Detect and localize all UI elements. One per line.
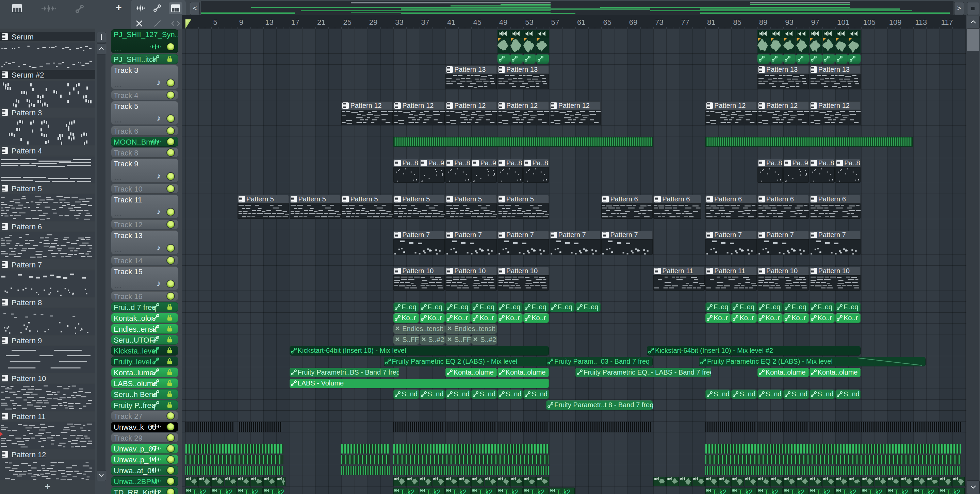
track-lock-icon[interactable] <box>167 358 172 364</box>
track-mute-led[interactable] <box>167 489 174 494</box>
audio-clip[interactable] <box>498 30 510 53</box>
small-audio-clip-labeled[interactable]: T..k2 <box>783 488 808 494</box>
pattern-clip-header[interactable]: Pattern 10 <box>498 267 549 275</box>
track-name-cell[interactable]: MOON..Bmin <box>111 137 178 147</box>
pattern-clip[interactable]: Pattern 10 <box>498 267 549 291</box>
automation-clip[interactable]: F..eq <box>705 302 730 312</box>
pattern-clip-header[interactable]: Pattern 7 <box>550 231 601 239</box>
pattern-item-header[interactable]: Pattern 3 <box>0 108 95 117</box>
audio-clip-header[interactable] <box>848 30 861 38</box>
automation-clip[interactable]: S..nd <box>471 389 496 399</box>
small-audio-clip-labeled[interactable]: T..k2 <box>940 488 965 494</box>
small-audio-clip-labeled[interactable]: T..k2 <box>913 488 939 494</box>
pattern-clip-header[interactable]: Pattern 6 <box>810 195 861 203</box>
small-audio-clip[interactable] <box>900 477 913 486</box>
link-icon[interactable] <box>76 5 84 13</box>
track-options-dots[interactable]: ... <box>115 174 122 182</box>
small-audio-clip[interactable] <box>263 477 275 486</box>
navigator-scroll-right[interactable]: > <box>954 2 964 15</box>
small-audio-clip-labeled[interactable]: T..k2 <box>523 488 549 494</box>
small-audio-clip-labeled[interactable]: T..k2 <box>237 488 263 494</box>
track-name-cell[interactable]: Unwav..p_07 <box>111 444 178 454</box>
pattern-clip-header[interactable]: Pattern 12 <box>393 102 445 110</box>
automation-clip[interactable]: S..nd <box>783 389 808 399</box>
track-name-cell[interactable]: Track 10 <box>111 184 178 194</box>
small-audio-clip[interactable] <box>523 477 536 486</box>
pattern-clip-header[interactable]: Pattern 11 <box>705 267 757 275</box>
track-mute-led[interactable] <box>167 434 174 441</box>
track-options-dots[interactable]: ... <box>115 116 122 124</box>
audio-clip[interactable] <box>511 30 523 53</box>
pattern-clip-header[interactable]: Pattern 12 <box>550 102 601 110</box>
track-name-cell[interactable]: Frui..d 7 freq <box>111 302 178 312</box>
audio-stripe-clip[interactable] <box>185 422 234 432</box>
track-name-cell[interactable]: Unwa..at_01 <box>111 465 178 475</box>
audio-clip[interactable] <box>770 30 783 53</box>
pattern-clip-header[interactable]: Pattern 7 <box>810 231 861 239</box>
automation-clip[interactable]: F..eq <box>810 302 835 312</box>
pattern-clip[interactable]: Pattern 5 <box>393 195 445 219</box>
playlist-scroll-up-button[interactable] <box>967 16 980 29</box>
small-audio-clip[interactable] <box>276 477 285 486</box>
automation-clip[interactable]: F..eq <box>471 302 496 312</box>
playlist-scroll-down-button[interactable] <box>967 480 980 494</box>
automation-clip[interactable]: S..nd <box>835 389 861 399</box>
track-mute-led[interactable] <box>167 221 174 228</box>
small-audio-clip-labeled[interactable]: T..k2 <box>211 488 237 494</box>
add-pattern-button[interactable]: + <box>0 480 95 494</box>
pattern-clip[interactable]: Pattern 12 <box>498 102 549 125</box>
pattern-clip[interactable]: Pa..8 <box>393 159 418 183</box>
track-name-cell[interactable]: Track 15...♪ <box>111 266 178 291</box>
track-mute-led[interactable] <box>167 115 174 122</box>
small-audio-clip[interactable] <box>875 477 887 486</box>
pattern-clip[interactable]: Pattern 6 <box>601 195 653 219</box>
pattern-clip-header[interactable]: Pattern 5 <box>393 195 445 203</box>
piano-roll-icon[interactable] <box>12 4 22 12</box>
automation-clip[interactable]: Konta..olume <box>810 368 861 377</box>
small-audio-clip[interactable] <box>783 477 795 486</box>
track-name-cell[interactable]: Unwav..p_14 <box>111 454 178 464</box>
audio-stripe-clip[interactable] <box>239 422 282 432</box>
pattern-clip[interactable]: Pa..9 <box>471 159 496 183</box>
small-audio-clip-labeled[interactable]: T..k2 <box>731 488 756 494</box>
pattern-clip[interactable]: Pa..8 <box>445 159 471 183</box>
automation-clip[interactable]: F..eq <box>783 302 808 312</box>
pattern-item-header[interactable]: Pattern 6 <box>0 222 95 231</box>
audio-stripe-clip[interactable] <box>861 422 911 432</box>
track-mute-led[interactable] <box>167 292 174 300</box>
audio-clip-header[interactable] <box>536 30 549 38</box>
pattern-clip[interactable]: Pattern 12 <box>393 102 445 125</box>
pattern-clip-header[interactable]: Pattern 7 <box>705 231 757 239</box>
pattern-clip-header[interactable]: Pattern 10 <box>393 267 445 275</box>
pattern-clip[interactable]: Pattern 12 <box>757 102 809 125</box>
automation-clip[interactable]: Konta..olume <box>498 368 549 377</box>
small-audio-clip[interactable] <box>666 477 679 486</box>
pattern-clip-header[interactable]: Pattern 10 <box>810 267 861 275</box>
pattern-clip-header[interactable]: Pa..8 <box>757 159 783 167</box>
pattern-clip-header[interactable]: Pattern 10 <box>445 267 497 275</box>
small-audio-clip-labeled[interactable]: T..k2 <box>888 488 913 494</box>
pattern-item-header[interactable]: Pattern 11 <box>0 411 95 421</box>
small-audio-clip[interactable] <box>731 477 743 486</box>
track-lock-icon[interactable] <box>167 402 172 408</box>
small-audio-clip[interactable] <box>835 477 848 486</box>
automation-clip[interactable]: Ko..r <box>393 313 418 323</box>
small-audio-clip[interactable] <box>237 477 250 486</box>
pattern-clip[interactable]: Pa..8 <box>523 159 549 183</box>
track-name-cell[interactable]: Unwa..2BPM <box>111 476 178 486</box>
track-lock-icon[interactable] <box>167 380 172 386</box>
pattern-item-header[interactable]: Serum <box>0 32 95 41</box>
automation-clip[interactable]: Konta..olume <box>757 368 809 377</box>
pattern-clip[interactable]: Pattern 6 <box>757 195 809 219</box>
small-audio-clip-labeled[interactable]: T..k2 <box>420 488 445 494</box>
pattern-clip-header[interactable]: Pa..8 <box>810 159 835 167</box>
small-audio-clip[interactable] <box>198 477 211 486</box>
automation-clip[interactable]: Fruity Parametric EQ 2 (LABS) - Mix leve… <box>699 357 926 367</box>
pattern-clip-header[interactable]: Pa..9 <box>420 159 445 167</box>
pattern-item-header[interactable]: Pattern 4 <box>0 146 95 155</box>
pattern-clip[interactable]: Pattern 12 <box>705 102 757 125</box>
pattern-item-header[interactable]: Pattern 8 <box>0 298 95 307</box>
track-name-cell[interactable]: Track 5...♪ <box>111 101 178 125</box>
track-mute-led[interactable] <box>167 257 174 264</box>
track-name-cell[interactable]: PJ_SHII..itch <box>111 54 178 64</box>
